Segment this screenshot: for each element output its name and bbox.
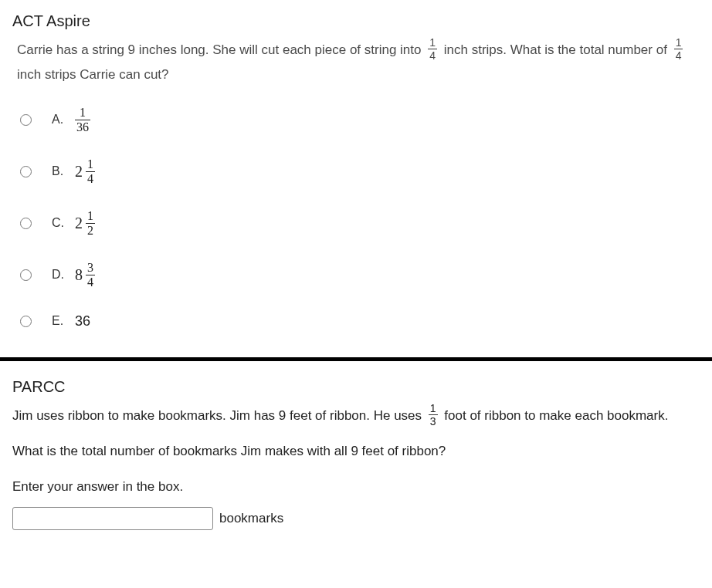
q1-title: ACT Aspire [12, 12, 700, 30]
answer-value-d: 8 3 4 [75, 262, 95, 289]
q1-question-text: Carrie has a string 9 inches long. She w… [17, 38, 700, 88]
radio-option-c[interactable] [20, 218, 32, 229]
answer-letter: E. [52, 314, 75, 328]
question-2-section: PARCC Jim uses ribbon to make bookmarks.… [9, 375, 703, 546]
q2-text-1: Jim uses ribbon to make bookmarks. Jim h… [12, 408, 426, 423]
question-1-section: ACT Aspire Carrie has a string 9 inches … [9, 9, 703, 354]
whole-number: 2 [75, 215, 83, 232]
frac-numerator: 3 [86, 262, 95, 275]
fraction-3-4: 3 4 [86, 262, 95, 289]
answer-row-e: E. 36 [20, 313, 700, 329]
radio-option-a[interactable] [20, 114, 32, 126]
q2-text-2: foot of ribbon to make each bookmark. [444, 408, 668, 423]
fraction-1-2: 1 2 [86, 210, 95, 237]
q2-line3: Enter your answer in the box. [12, 475, 700, 499]
frac-denominator: 3 [429, 415, 438, 427]
answer-letter: D. [52, 268, 75, 282]
frac-numerator: 1 [674, 37, 683, 49]
frac-numerator: 1 [429, 403, 438, 415]
q2-title: PARCC [12, 378, 700, 396]
answer-row-d: D. 8 3 4 [20, 262, 700, 289]
answer-letter: B. [52, 164, 75, 178]
fraction-1-36: 1 36 [75, 106, 90, 133]
answer-letter: C. [52, 216, 75, 230]
answer-row-c: C. 2 1 2 [20, 210, 700, 237]
frac-denominator: 2 [86, 224, 95, 237]
answer-value-e: 36 [75, 313, 90, 329]
q1-text-3: inch strips Carrie can cut? [17, 67, 169, 82]
whole-number: 8 [75, 266, 83, 284]
whole-number: 2 [75, 163, 83, 181]
answer-input-row: bookmarks [12, 507, 700, 530]
q1-answers-list: A. 1 36 B. 2 1 4 C. [20, 106, 700, 329]
answer-value-c: 2 1 2 [75, 210, 95, 237]
fraction-1-4: 1 4 [428, 37, 437, 61]
answer-row-a: A. 1 36 [20, 106, 700, 133]
section-divider [0, 357, 712, 361]
frac-numerator: 1 [428, 37, 437, 49]
frac-denominator: 4 [674, 49, 683, 61]
q2-line2: What is the total number of bookmarks Ji… [12, 439, 700, 464]
answer-value-b: 2 1 4 [75, 158, 95, 185]
radio-option-b[interactable] [20, 166, 32, 177]
q1-text-2: inch strips. What is the total number of [444, 42, 671, 57]
fraction-1-4: 1 4 [86, 158, 95, 185]
answer-input[interactable] [12, 507, 213, 530]
radio-option-d[interactable] [20, 269, 32, 281]
frac-denominator: 4 [86, 172, 95, 185]
answer-letter: A. [52, 113, 75, 127]
frac-denominator: 4 [86, 275, 95, 289]
frac-numerator: 1 [86, 210, 95, 224]
answer-value-a: 1 36 [75, 106, 90, 133]
frac-numerator: 1 [86, 158, 95, 172]
answer-row-b: B. 2 1 4 [20, 158, 700, 185]
fraction-1-3: 1 3 [429, 403, 438, 427]
frac-numerator: 1 [75, 106, 90, 120]
q2-question-text: Jim uses ribbon to make bookmarks. Jim h… [12, 404, 700, 428]
frac-denominator: 36 [75, 120, 90, 133]
q1-text-1: Carrie has a string 9 inches long. She w… [17, 42, 425, 57]
fraction-1-4: 1 4 [674, 37, 683, 61]
radio-option-e[interactable] [20, 316, 32, 327]
answer-unit: bookmarks [219, 511, 283, 526]
frac-denominator: 4 [428, 49, 437, 61]
